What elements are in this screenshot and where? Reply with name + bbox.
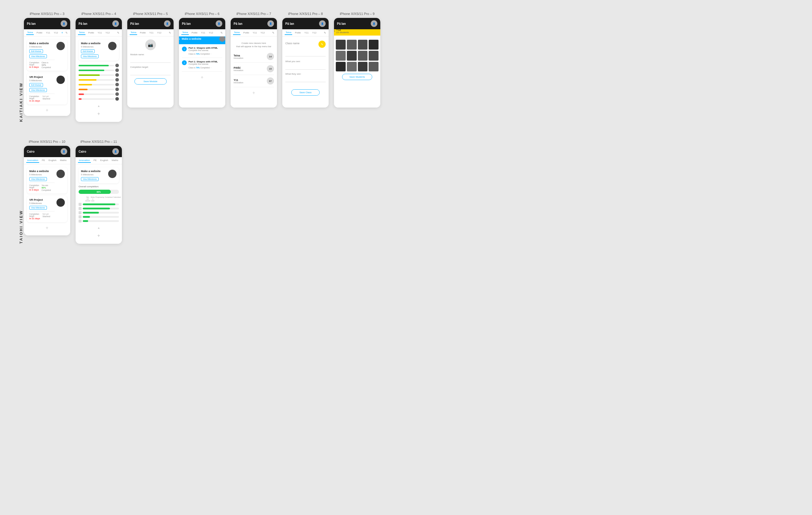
phone4-bar4-track [79,79,114,81]
phone8-nav-y11[interactable]: Y11 [303,31,310,35]
phone4-edit-icon[interactable]: ✎ [117,31,119,34]
phone3-add-button[interactable]: + [27,108,67,113]
phone8-what-they-see-input[interactable] [285,77,326,82]
phone4-bar4-fill [79,79,96,81]
phone3-edit-icon[interactable]: ✎ [65,31,68,34]
phone5-field2-input[interactable] [130,70,171,75]
phone3-edit-module2-btn[interactable]: Edit Module [29,83,43,87]
phone4-edit-module-btn[interactable]: Edit Module [81,49,95,53]
phone7-nav-y11[interactable]: Y11 [252,31,258,35]
phone6-nav-teina[interactable]: Teina [181,30,189,35]
phone6-nav-y12[interactable]: Y12 [208,31,214,35]
phone11-chevron-up[interactable]: ▲ [79,225,119,231]
phone11-row4-icon [79,216,82,218]
phone9-back-icon[interactable]: ‹ [334,29,335,33]
phone10-nav-pe[interactable]: PE [41,158,46,163]
phone8-nav-teina[interactable]: Teina [285,30,292,35]
phone3-nav-y11[interactable]: Y11 [45,31,51,35]
phone11-nav-pe[interactable]: PE [93,158,98,163]
phone11-body: Make a website 5 Milestones View Milesto… [76,164,122,244]
phone3-view-milestones2-btn[interactable]: View Milestones [29,88,47,92]
taiohi-section: TAIOHI VIEW iPhone X/XS/11 Pro – 10 Cair… [12,140,800,244]
phone4-chevron-up[interactable]: ▲ [79,103,119,109]
phone6-milestone2-chevron[interactable]: › [211,66,211,69]
phone7-nav-potiki[interactable]: Potiki [242,31,250,35]
phone4-nav-teina[interactable]: Teina [78,30,85,35]
phone10-stat2: You are 50% Completed [41,184,51,191]
phone3-view-milestones-btn[interactable]: View Milestones [29,54,47,58]
phone4-view-milestones-btn[interactable]: View Milestones [81,54,98,58]
phone5-nav-teina[interactable]: Teina [130,30,137,35]
phone5-nav-y12[interactable]: Y12 [156,31,162,35]
phone6-nav-potiki[interactable]: Potiki [191,31,198,35]
phone4-nav-potiki[interactable]: Potiki [87,31,95,35]
phone10-nav-innovation[interactable]: Innovation [26,158,39,163]
phone5-photo-placeholder[interactable]: 📷 [145,39,156,50]
phone11-nav-maths[interactable]: Maths [111,158,119,163]
phone7-edit-icon[interactable]: ✎ [272,31,274,34]
phone10-nav: Innovation PE English Maths [24,157,70,164]
phone11-overall-pct: 80% [96,191,101,193]
phone3-edit-module-btn[interactable]: Edit Module [29,49,43,53]
phone4-nav-y12[interactable]: Y12 [105,31,111,35]
phone10-label: iPhone X/XS/11 Pro – 10 [29,140,65,143]
phone9-container: iPhone X/XS/11 Pro – 9 Pā Ian 👤 ‹ Y12 15… [334,12,380,122]
phone10-nav-english[interactable]: English [48,158,57,163]
phone10-view-milestones2-btn[interactable]: View Milestones [29,206,47,210]
phone7-class3[interactable]: Y11 Innovation 07 [234,75,274,87]
phone8-nav-y12[interactable]: Y12 [311,31,317,35]
phone10-add-button[interactable]: + [27,225,67,231]
phone3-stat2: Class is 11% Completed [41,61,51,68]
phone7-class1[interactable]: Teina Innovation 14 [234,51,274,63]
phone8-save-class-btn[interactable]: Save Class [291,89,320,95]
phone6-milestone-header: ‹ Make a website [179,36,225,44]
phone10-view-milestones-btn[interactable]: View Milestones [29,177,47,181]
phone7-nav-teina[interactable]: Teina [233,30,240,35]
phone5-save-module-btn[interactable]: Save Module [135,78,167,85]
phone8-edit-icon[interactable]: ✎ [324,31,326,34]
phone11-col3: Progressing [95,196,104,202]
phone11-view-milestones-btn[interactable]: View Milestones [81,177,98,181]
phone5-field1-input[interactable] [130,58,171,63]
student-photo-10 [347,62,357,72]
phone6-edit-icon[interactable]: ✎ [221,31,223,34]
phone4-add-button[interactable]: + [79,109,119,119]
phone11-nav-innovation[interactable]: Innovation [78,158,91,163]
phone7-body: Create new classes herethat will appear … [231,36,277,108]
phone10-nav-maths[interactable]: Maths [59,158,67,163]
phone6-add-button[interactable]: + [182,75,222,80]
phone5-nav-potiki[interactable]: Potiki [139,31,147,35]
phone3-container: iPhone X/XS/11 Pro – 3 Pā Ian 👤 Teina Po… [24,12,70,122]
phone3-stat1: Completion target in 3 days [29,61,39,68]
phone6-back-icon[interactable]: ‹ [179,37,180,40]
phone10-stat2-value: 50% [41,187,46,189]
phone8-what-you-see-input[interactable] [285,65,326,69]
phone5-edit-icon[interactable]: ✎ [169,31,171,34]
phone4-dot5 [115,83,119,86]
phone3-nav-teina[interactable]: Teina [26,30,34,35]
phone11-nav-english[interactable]: English [99,158,109,163]
phone4-nav-y11[interactable]: Y11 [97,31,103,35]
phone7-add-button[interactable]: + [234,90,274,95]
phone3-nav-plus[interactable]: + [61,31,63,34]
phone10-module1-title: Make a website [29,170,55,173]
phone5-nav-y11[interactable]: Y11 [148,31,154,35]
phone7-nav-y12[interactable]: Y12 [260,31,266,35]
phone3-module1-milestones: 5 Milestones [29,46,55,48]
phone7-container: iPhone X/XS/11 Pro – 7 Pā Ian 👤 Teina Po… [231,12,277,122]
phone11-add-button[interactable]: + [79,231,119,241]
phone11-module-buttons: View Milestones [81,177,106,181]
phone9-save-students-btn[interactable]: Save Students [342,74,372,80]
phone8-nav-potiki[interactable]: Potiki [294,31,302,35]
phone3-nav-y12[interactable]: Y12 [53,31,59,35]
phone6-nav-y11[interactable]: Y11 [200,31,206,35]
phone6-milestone1-chevron[interactable]: › [211,53,211,55]
phone7-class2[interactable]: Pōtiki Innovation 15 [234,63,274,75]
phone6-milestone1-status: Class is 74% Completed › [188,53,222,55]
student-photo-1 [336,40,346,50]
phone3-nav-potiki[interactable]: Potiki [35,31,43,35]
phone8-class-name-input[interactable] [285,51,326,56]
phone9-avatar: 👤 [371,20,377,27]
phone8-edit-icon-yellow[interactable]: ✎ [318,40,326,48]
phone10-module1-buttons: View Milestones [29,177,55,181]
